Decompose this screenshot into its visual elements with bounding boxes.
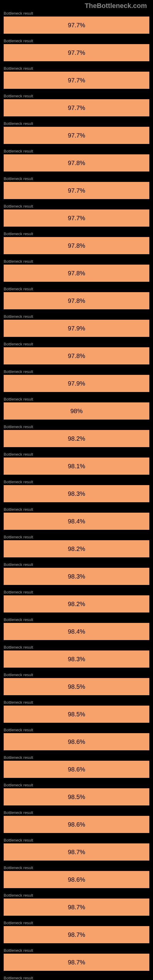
result-label: Bottleneck result: [4, 94, 149, 99]
result-bar: 98.6%: [4, 733, 149, 750]
result-bar: 98.4%: [4, 623, 149, 640]
result-row: Bottleneck result 98.2%: [4, 590, 149, 612]
result-bar: 98.5%: [4, 678, 149, 695]
result-bar: 97.7%: [4, 182, 149, 199]
result-label: Bottleneck result: [4, 369, 149, 375]
result-label: Bottleneck result: [4, 480, 149, 485]
result-percent: 97.8%: [68, 353, 85, 360]
result-bar: 97.8%: [4, 292, 149, 309]
result-bar: 97.8%: [4, 154, 149, 172]
result-row: Bottleneck result 98.4%: [4, 507, 149, 530]
result-row: Bottleneck result 97.8%: [4, 286, 149, 309]
result-label: Bottleneck result: [4, 535, 149, 540]
result-label: Bottleneck result: [4, 700, 149, 706]
result-label: Bottleneck result: [4, 149, 149, 154]
result-label: Bottleneck result: [4, 11, 149, 16]
result-row: Bottleneck result 98.7%: [4, 948, 149, 971]
result-bar: 98.3%: [4, 651, 149, 668]
result-label: Bottleneck result: [4, 838, 149, 843]
result-bar: 98.3%: [4, 485, 149, 502]
result-row: Bottleneck result 98.2%: [4, 535, 149, 557]
result-percent: 97.7%: [68, 132, 85, 139]
result-percent: 98.6%: [68, 876, 85, 883]
result-label: Bottleneck result: [4, 810, 149, 816]
result-bar: 98.3%: [4, 568, 149, 585]
result-label: Bottleneck result: [4, 893, 149, 899]
result-row: Bottleneck result 98.3%: [4, 480, 149, 502]
result-bar: 97.9%: [4, 320, 149, 337]
logo-part-the: The: [85, 2, 97, 10]
result-percent: 98.7%: [68, 904, 85, 911]
result-percent: 98.5%: [68, 711, 85, 718]
site-logo: TheBottleneck.com: [0, 0, 153, 11]
result-bar: 97.7%: [4, 99, 149, 116]
result-bar: 98.5%: [4, 788, 149, 805]
result-percent: 97.7%: [68, 22, 85, 29]
result-label: Bottleneck result: [4, 755, 149, 761]
logo-part-com: .com: [131, 2, 147, 10]
result-bar: 98.7%: [4, 954, 149, 971]
result-row: Bottleneck result 98.6%: [4, 810, 149, 833]
result-label: Bottleneck result: [4, 397, 149, 402]
result-row: Bottleneck result 98.6%: [4, 728, 149, 750]
result-bar: 97.8%: [4, 265, 149, 282]
result-row: Bottleneck result 97.7%: [4, 11, 149, 34]
result-row: Bottleneck result 98.2%: [4, 425, 149, 447]
result-label: Bottleneck result: [4, 645, 149, 651]
result-percent: 97.8%: [68, 159, 85, 167]
result-percent: 98.2%: [68, 546, 85, 552]
result-label: Bottleneck result: [4, 177, 149, 182]
result-bar: 97.7%: [4, 72, 149, 89]
result-label: Bottleneck result: [4, 948, 149, 954]
result-bar: 98.2%: [4, 595, 149, 612]
result-row: Bottleneck result 97.7%: [4, 38, 149, 61]
result-row: Bottleneck result 98.3%: [4, 562, 149, 585]
result-label: Bottleneck result: [4, 259, 149, 265]
result-row: Bottleneck result 97.7%: [4, 121, 149, 144]
result-row: Bottleneck result 98.6%: [4, 976, 149, 980]
result-label: Bottleneck result: [4, 452, 149, 458]
result-row: Bottleneck result 97.8%: [4, 342, 149, 364]
result-row: Bottleneck result 97.8%: [4, 232, 149, 254]
result-label: Bottleneck result: [4, 314, 149, 320]
result-percent: 98.2%: [68, 601, 85, 608]
result-percent: 97.8%: [68, 242, 85, 249]
result-percent: 98.3%: [68, 656, 85, 663]
result-percent: 97.7%: [68, 77, 85, 84]
result-bar: 97.7%: [4, 44, 149, 61]
result-bar: 98.7%: [4, 843, 149, 861]
result-percent: 98.3%: [68, 573, 85, 580]
result-label: Bottleneck result: [4, 562, 149, 568]
result-bar: 98.4%: [4, 513, 149, 530]
result-row: Bottleneck result 98.3%: [4, 645, 149, 668]
result-percent: 97.7%: [68, 215, 85, 222]
result-row: Bottleneck result 98.1%: [4, 452, 149, 475]
result-row: Bottleneck result 98%: [4, 397, 149, 420]
result-row: Bottleneck result 98.6%: [4, 865, 149, 888]
result-label: Bottleneck result: [4, 728, 149, 733]
result-percent: 97.9%: [68, 380, 85, 387]
result-percent: 98.6%: [68, 738, 85, 745]
result-label: Bottleneck result: [4, 921, 149, 926]
result-percent: 97.7%: [68, 49, 85, 56]
result-bar: 98.2%: [4, 540, 149, 557]
result-row: Bottleneck result 98.7%: [4, 893, 149, 916]
result-percent: 98.7%: [68, 959, 85, 966]
result-percent: 97.8%: [68, 270, 85, 277]
result-row: Bottleneck result 97.8%: [4, 149, 149, 172]
result-row: Bottleneck result 97.7%: [4, 94, 149, 116]
result-bar: 97.9%: [4, 375, 149, 392]
result-label: Bottleneck result: [4, 865, 149, 871]
result-bar: 98.7%: [4, 926, 149, 943]
result-label: Bottleneck result: [4, 66, 149, 72]
result-row: Bottleneck result 98.6%: [4, 755, 149, 778]
result-percent: 98.2%: [68, 435, 85, 442]
result-percent: 98.5%: [68, 683, 85, 690]
result-label: Bottleneck result: [4, 425, 149, 430]
result-label: Bottleneck result: [4, 783, 149, 788]
result-label: Bottleneck result: [4, 342, 149, 347]
result-bar: 97.7%: [4, 210, 149, 227]
result-bar: 98.6%: [4, 871, 149, 888]
result-label: Bottleneck result: [4, 673, 149, 678]
result-bar: 97.8%: [4, 347, 149, 364]
